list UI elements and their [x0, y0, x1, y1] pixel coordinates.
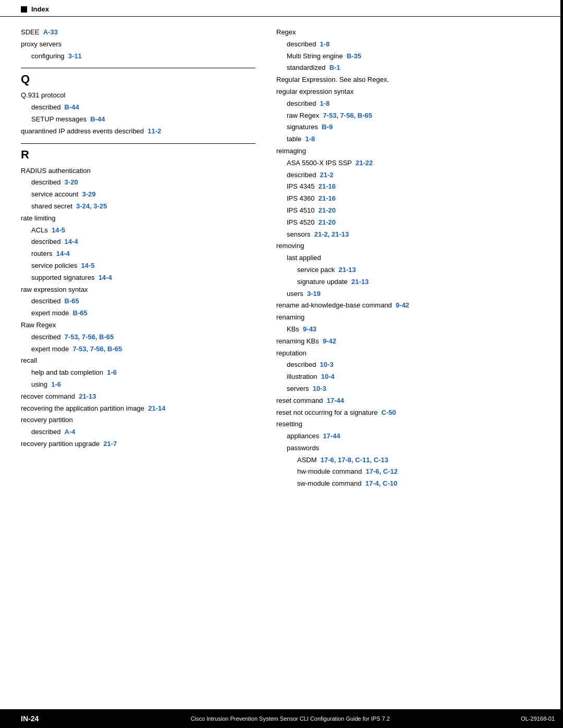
configuring-link[interactable]: 3-11: [68, 52, 82, 60]
removing-entry: removing: [276, 241, 542, 252]
asa5500-link[interactable]: 21-22: [356, 159, 373, 167]
shared-secret-entry: shared secret 3-24, 3-25: [31, 201, 255, 212]
sw-module-link[interactable]: 17-4, C-10: [365, 479, 397, 487]
sdee-label: SDEE: [21, 28, 43, 36]
signatures-link[interactable]: B-9: [322, 123, 333, 131]
recall-label: recall: [21, 356, 37, 364]
regex-described-label: described: [287, 40, 320, 48]
regex-described-entry: described 1-8: [287, 39, 542, 50]
recovery-described-label: described: [31, 428, 65, 436]
recall-entry: recall: [21, 355, 255, 366]
sig-update-entry: signature update 21-13: [297, 277, 542, 288]
radius-label: RADIUS authentication: [21, 167, 91, 175]
illustration-link[interactable]: 10-4: [321, 373, 335, 380]
sdee-link[interactable]: A-33: [43, 28, 58, 36]
regex-syntax-described-link[interactable]: 1-8: [320, 100, 330, 107]
appliances-link[interactable]: 17-44: [323, 432, 340, 440]
kbs-label: KBs: [287, 325, 303, 333]
signatures-entry: signatures B-9: [287, 122, 542, 133]
sig-update-link[interactable]: 21-13: [351, 278, 369, 286]
rate-described-link[interactable]: 14-4: [65, 238, 78, 245]
sensors-reimaging-entry: sensors 21-2, 21-13: [287, 229, 542, 240]
reset-not-occurring-link[interactable]: C-50: [382, 409, 396, 416]
q-letter: Q: [21, 72, 255, 86]
recovery-described-entry: described A-4: [31, 427, 255, 438]
regex-described-link[interactable]: 1-8: [320, 40, 330, 48]
q931-described-link[interactable]: B-44: [65, 103, 79, 111]
users-removing-link[interactable]: 3-19: [307, 290, 321, 298]
raw-regex-syntax-entry: raw Regex 7-53, 7-56, B-65: [287, 110, 542, 121]
sensors-reimaging-link[interactable]: 21-2, 21-13: [314, 230, 349, 238]
regex-syntax-entry: regular expression syntax: [276, 87, 542, 97]
service-account-link[interactable]: 3-29: [82, 190, 96, 198]
rename-cmd-label: rename ad-knowledge-base command: [276, 301, 396, 309]
recall-using-link[interactable]: 1-6: [51, 380, 61, 388]
ips4520-link[interactable]: 21-20: [319, 218, 336, 226]
supported-sigs-label: supported signatures: [31, 274, 99, 281]
left-column: SDEE A-33 proxy servers configuring 3-11…: [21, 27, 271, 490]
multi-string-entry: Multi String engine B-35: [287, 51, 542, 62]
multi-string-label: Multi String engine: [287, 52, 347, 60]
ips4510-link[interactable]: 21-20: [319, 206, 336, 214]
header-right-border: [560, 0, 563, 728]
table-link[interactable]: 1-8: [305, 135, 315, 143]
raw-regex-expert-label: expert mode: [31, 345, 73, 353]
service-policies-entry: service policies 14-5: [31, 261, 255, 272]
recover-cmd-link[interactable]: 21-13: [79, 392, 96, 400]
acls-link[interactable]: 14-5: [52, 226, 65, 234]
recovery-upgrade-entry: recovery partition upgrade 21-7: [21, 439, 255, 450]
recall-help-entry: help and tab completion 1-6: [31, 367, 255, 378]
acls-label: ACLs: [31, 226, 52, 234]
page-header: Index: [0, 0, 563, 17]
quarantined-entry: quarantined IP address events described …: [21, 126, 255, 137]
recall-using-label: using: [31, 380, 51, 388]
proxy-servers-label: proxy servers: [21, 40, 62, 48]
regex-entry: Regex: [276, 27, 542, 38]
r-divider: [21, 143, 255, 144]
standardized-link[interactable]: B-1: [329, 64, 340, 71]
rename-cmd-link[interactable]: 9-42: [396, 301, 409, 309]
recovery-described-link[interactable]: A-4: [65, 428, 76, 436]
supported-sigs-link[interactable]: 14-4: [99, 274, 112, 281]
ips4345-link[interactable]: 21-16: [319, 182, 336, 190]
radius-described-label: described: [31, 178, 65, 186]
reputation-described-link[interactable]: 10-3: [320, 361, 334, 368]
ips4360-entry: IPS 4360 21-16: [287, 193, 542, 204]
reimaging-described-link[interactable]: 21-2: [320, 171, 334, 179]
servers-entry: servers 10-3: [287, 384, 542, 394]
reset-not-occurring-label: reset not occurring for a signature: [276, 409, 382, 416]
routers-entry: routers 14-4: [31, 249, 255, 260]
table-label: table: [287, 135, 305, 143]
servers-link[interactable]: 10-3: [313, 385, 326, 392]
raw-expr-described-link[interactable]: B-65: [65, 297, 79, 305]
routers-link[interactable]: 14-4: [56, 250, 70, 257]
r-letter: R: [21, 148, 255, 162]
recovery-upgrade-link[interactable]: 21-7: [103, 440, 117, 448]
recall-help-link[interactable]: 1-6: [107, 368, 117, 376]
shared-secret-link[interactable]: 3-24, 3-25: [76, 202, 107, 210]
setup-messages-link[interactable]: B-44: [90, 115, 105, 123]
radius-described-link[interactable]: 3-20: [65, 178, 78, 186]
service-policies-link[interactable]: 14-5: [81, 262, 94, 269]
raw-regex-syntax-link[interactable]: 7-53, 7-56, B-65: [323, 112, 372, 119]
reset-cmd-link[interactable]: 17-44: [327, 397, 344, 404]
raw-regex-expert-link[interactable]: 7-53, 7-56, B-65: [73, 345, 123, 353]
multi-string-link[interactable]: B-35: [347, 52, 361, 60]
service-pack-link[interactable]: 21-13: [338, 266, 356, 274]
quarantined-link[interactable]: 11-2: [148, 127, 161, 135]
hw-module-link[interactable]: 17-6, C-12: [366, 467, 398, 475]
sdee-entry: SDEE A-33: [21, 27, 255, 38]
renaming-label: renaming: [276, 313, 304, 321]
kbs-link[interactable]: 9-43: [303, 325, 316, 333]
recovering-link[interactable]: 21-14: [148, 404, 165, 412]
ips4345-label: IPS 4345: [287, 182, 319, 190]
raw-regex-described-label: described: [31, 333, 65, 341]
ips4510-label: IPS 4510: [287, 206, 319, 214]
appliances-entry: appliances 17-44: [287, 431, 542, 442]
raw-expr-expert-link[interactable]: B-65: [73, 309, 88, 317]
footer-number: OL-29168-01: [521, 715, 555, 722]
ips4360-link[interactable]: 21-16: [319, 194, 336, 202]
renaming-kbs-link[interactable]: 9-42: [323, 337, 336, 345]
raw-regex-described-link[interactable]: 7-53, 7-56, B-65: [65, 333, 114, 341]
asdm-link[interactable]: 17-6, 17-8, C-11, C-13: [321, 456, 388, 464]
